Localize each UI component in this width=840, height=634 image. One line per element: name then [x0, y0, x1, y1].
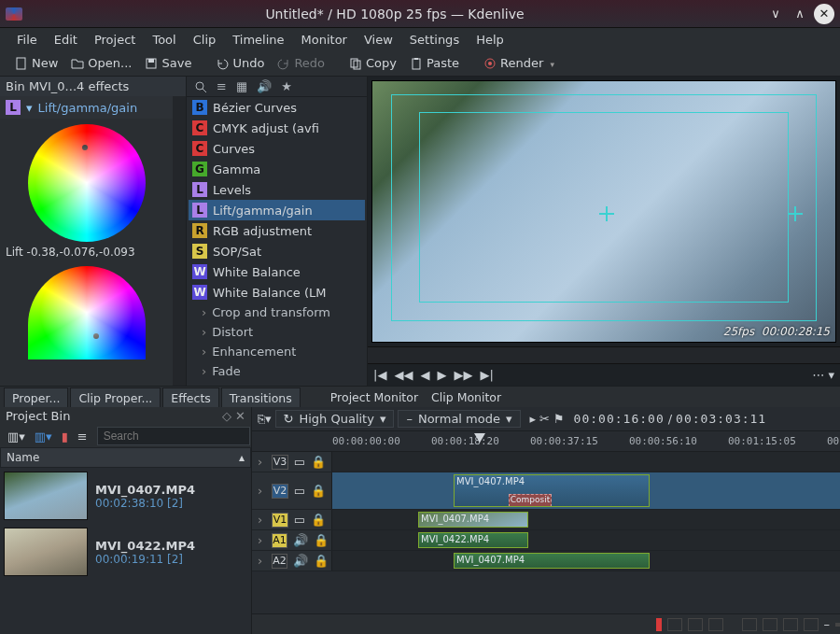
track-v1[interactable]: V1 ▭ 🔒 MVI_0407.MP4 [252, 510, 840, 530]
record-indicator-icon[interactable] [656, 618, 662, 631]
timeline-clip[interactable]: MVI_0422.MP4 [418, 532, 528, 548]
effect-item[interactable]: LLevels [189, 179, 365, 200]
effect-category[interactable]: Enhancement [189, 342, 365, 361]
status-tool-5[interactable] [763, 618, 777, 631]
effect-scrollbar[interactable] [173, 96, 186, 386]
editmode-select[interactable]: – Normal mode ▾ [398, 410, 520, 428]
timeline-clip[interactable]: MVI_0407.MP4 Composit [454, 474, 650, 507]
effect-item[interactable]: WWhite Balance (LM [189, 282, 365, 303]
effect-item[interactable]: CCurves [189, 138, 365, 159]
star-icon[interactable]: ★ [281, 79, 292, 93]
lock-icon[interactable]: 🔒 [314, 533, 329, 547]
track-v2[interactable]: V2 ▭ 🔒 MVI_0407.MP4 Composit [252, 472, 840, 510]
effect-item[interactable]: GGamma [189, 159, 365, 179]
bin-view-icon[interactable]: ▥▾ [7, 430, 25, 444]
maximize-button[interactable]: ∧ [790, 4, 810, 24]
pin-icon[interactable]: ◇ ✕ [222, 409, 245, 423]
close-button[interactable]: ✕ [814, 4, 834, 24]
status-tool-1[interactable] [667, 618, 682, 631]
lock-icon[interactable]: 🔒 [314, 554, 329, 568]
timeline-clip[interactable]: MVI_0407.MP4 [454, 553, 650, 569]
play-reverse-button[interactable]: ◀ [420, 368, 429, 382]
list-icon[interactable]: ≡ [217, 79, 227, 93]
grid-icon[interactable]: ▦ [236, 79, 247, 93]
effect-item[interactable]: LLift/gamma/gain [189, 200, 365, 220]
lock-icon[interactable]: 🔒 [311, 484, 326, 498]
bin-item[interactable]: MVI_0422.MP4 00:00:19:11 [2] [0, 524, 251, 580]
zoom-out-button[interactable]: – [824, 617, 831, 631]
tab-effects[interactable]: Effects [162, 387, 219, 407]
menu-clip[interactable]: Clip [186, 30, 224, 49]
mute-icon[interactable]: ▭ [294, 484, 305, 498]
bin-item[interactable]: MVI_0407.MP4 00:02:38:10 [2] [0, 468, 251, 524]
timeline-play-icon[interactable]: ▸ [530, 412, 537, 426]
bin-column-header[interactable]: Name ▴ [0, 447, 251, 468]
status-tool-7[interactable] [804, 618, 819, 631]
lock-icon[interactable]: 🔒 [311, 513, 326, 527]
effect-item[interactable]: SSOP/Sat [189, 241, 365, 261]
search-icon[interactable] [194, 80, 207, 93]
menu-settings[interactable]: Settings [402, 30, 467, 49]
timeline-cut-icon[interactable]: ✂ [539, 412, 550, 426]
mute-icon[interactable]: ▭ [294, 513, 305, 527]
status-tool-2[interactable] [688, 618, 703, 631]
menu-file[interactable]: File [9, 30, 45, 49]
effect-item[interactable]: BBézier Curves [189, 97, 365, 118]
bin-delete-icon[interactable]: ▮ [62, 430, 68, 444]
track-v3[interactable]: V3 ▭ 🔒 [252, 452, 840, 472]
bin-list-icon[interactable]: ≡ [77, 430, 88, 444]
status-tool-4[interactable] [742, 618, 757, 631]
menu-timeline[interactable]: Timeline [225, 30, 291, 49]
tab-properties[interactable]: Proper... [4, 387, 68, 407]
paste-button[interactable]: Paste [404, 54, 465, 72]
copy-button[interactable]: Copy [343, 54, 402, 72]
zoom-slider[interactable] [835, 623, 840, 627]
menu-help[interactable]: Help [469, 30, 511, 49]
goto-end-button[interactable]: ▶| [480, 368, 493, 382]
play-button[interactable]: ▶ [437, 368, 446, 382]
timeline-clip[interactable]: MVI_0407.MP4 [418, 512, 528, 528]
effect-item[interactable]: CCMYK adjust (avfi [189, 118, 365, 138]
menu-tool[interactable]: Tool [145, 30, 183, 49]
rewind-button[interactable]: ◀◀ [394, 368, 413, 382]
monitor-options-button[interactable]: ⋯ ▾ [812, 368, 834, 382]
tab-transitions[interactable]: Transitions [221, 387, 301, 407]
redo-button[interactable]: Redo [272, 54, 330, 72]
effect-category[interactable]: Distort [189, 322, 365, 342]
tab-clip-monitor[interactable]: Clip Monitor [426, 387, 507, 407]
fast-forward-button[interactable]: ▶▶ [454, 368, 472, 382]
undo-button[interactable]: Undo [210, 54, 270, 72]
status-tool-6[interactable] [783, 618, 798, 631]
tab-project-monitor[interactable]: Project Monitor [325, 387, 424, 407]
project-monitor-view[interactable]: 25fps 00:00:28:15 [371, 80, 836, 343]
minimize-button[interactable]: ∨ [765, 4, 786, 24]
mute-icon[interactable]: ▭ [294, 455, 305, 469]
active-effect-header[interactable]: L ▾ Lift/gamma/gain [0, 96, 173, 119]
effect-item[interactable]: RRGB adjustment [189, 220, 365, 241]
composite-transition[interactable]: Composit [509, 494, 552, 507]
audio-icon[interactable]: 🔊 [293, 554, 308, 568]
timeline-ruler[interactable]: 00:00:00:00 00:00:18:20 00:00:37:15 00:0… [252, 431, 840, 452]
new-button[interactable]: New [9, 54, 63, 72]
render-button[interactable]: Render [478, 54, 560, 72]
playhead-icon[interactable] [474, 433, 485, 443]
effect-item[interactable]: WWhite Balance [189, 261, 365, 282]
goto-start-button[interactable]: |◀ [373, 368, 386, 382]
audio-icon[interactable]: 🔊 [293, 533, 308, 547]
track-a2[interactable]: A2 🔊 🔒 MVI_0407.MP4 [252, 551, 840, 571]
audio-icon[interactable]: 🔊 [257, 79, 272, 93]
monitor-ruler[interactable] [368, 346, 840, 363]
timeline-marker-icon[interactable]: ⚑ [553, 412, 565, 426]
timeline-mode-icon[interactable]: ⎘▾ [258, 412, 272, 426]
track-a1[interactable]: A1 🔊 🔒 MVI_0422.MP4 [252, 530, 840, 551]
quality-select[interactable]: ↻ High Quality ▾ [275, 410, 395, 428]
menu-view[interactable]: View [357, 30, 400, 49]
open-button[interactable]: Open... [65, 54, 137, 72]
bin-folder-icon[interactable]: ▥▾ [35, 430, 52, 444]
gamma-color-wheel[interactable] [28, 266, 146, 359]
status-tool-3[interactable] [708, 618, 723, 631]
save-button[interactable]: Save [139, 54, 197, 72]
bin-search-input[interactable] [97, 427, 250, 445]
lock-icon[interactable]: 🔒 [311, 455, 326, 469]
menu-monitor[interactable]: Monitor [294, 30, 355, 49]
